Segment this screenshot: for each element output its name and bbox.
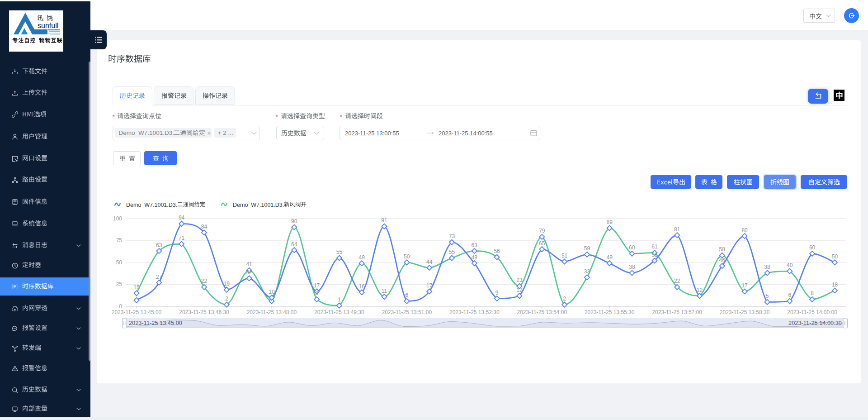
- svg-text:2: 2: [563, 296, 566, 302]
- svg-text:49: 49: [472, 254, 478, 261]
- svg-text:81: 81: [674, 226, 680, 233]
- svg-text:33: 33: [584, 268, 590, 275]
- svg-text:60: 60: [629, 244, 635, 251]
- svg-text:15: 15: [133, 284, 140, 291]
- svg-text:41: 41: [246, 261, 252, 267]
- svg-text:5: 5: [766, 293, 769, 299]
- svg-text:2023-11-25 13:57:00: 2023-11-25 13:57:00: [652, 309, 702, 315]
- svg-text:55: 55: [336, 249, 343, 255]
- svg-text:2023-11-25 13:49:30: 2023-11-25 13:49:30: [314, 309, 364, 315]
- svg-text:61: 61: [651, 243, 658, 250]
- svg-text:19: 19: [224, 281, 230, 287]
- svg-text:90: 90: [291, 218, 297, 224]
- svg-text:75: 75: [116, 237, 123, 243]
- svg-text:22: 22: [201, 278, 208, 284]
- svg-text:2023-11-25 13:46:30: 2023-11-25 13:46:30: [179, 309, 229, 315]
- svg-text:50: 50: [116, 259, 123, 266]
- svg-text:44: 44: [426, 259, 433, 265]
- svg-text:1: 1: [338, 296, 341, 303]
- svg-text:17: 17: [741, 282, 748, 289]
- svg-text:2023-11-25 13:45:00: 2023-11-25 13:45:00: [129, 320, 182, 326]
- svg-text:2: 2: [225, 296, 228, 302]
- svg-text:55: 55: [449, 249, 455, 255]
- svg-text:2023-11-25 13:52:30: 2023-11-25 13:52:30: [449, 309, 500, 315]
- svg-text:2023-11-25 13:54:00: 2023-11-25 13:54:00: [517, 309, 567, 315]
- svg-text:32: 32: [246, 269, 252, 276]
- svg-text:17: 17: [314, 282, 320, 289]
- svg-text:60: 60: [809, 244, 816, 251]
- svg-text:38: 38: [629, 264, 635, 270]
- svg-text:63: 63: [156, 242, 162, 248]
- svg-text:73: 73: [449, 233, 455, 239]
- svg-text:38: 38: [764, 264, 770, 270]
- svg-text:8: 8: [811, 290, 814, 296]
- svg-text:65: 65: [539, 240, 545, 247]
- svg-text:17: 17: [426, 282, 433, 289]
- svg-text:2023-11-25 13:55:30: 2023-11-25 13:55:30: [585, 309, 635, 315]
- svg-text:80: 80: [741, 227, 748, 234]
- svg-text:2023-11-25 13:48:00: 2023-11-25 13:48:00: [247, 309, 297, 315]
- svg-text:16: 16: [359, 283, 365, 290]
- svg-text:23: 23: [516, 277, 523, 283]
- svg-text:50: 50: [832, 253, 838, 260]
- svg-text:91: 91: [381, 217, 387, 224]
- svg-text:27: 27: [156, 274, 162, 280]
- svg-text:8: 8: [315, 290, 318, 296]
- svg-text:79: 79: [539, 228, 545, 234]
- svg-text:71: 71: [179, 235, 185, 241]
- svg-text:94: 94: [179, 215, 185, 221]
- svg-text:10: 10: [269, 289, 275, 295]
- svg-text:9: 9: [495, 290, 499, 296]
- svg-text:12: 12: [516, 287, 523, 293]
- svg-text:49: 49: [607, 254, 613, 261]
- svg-text:11: 11: [382, 288, 387, 294]
- svg-text:18: 18: [832, 282, 838, 288]
- svg-text:59: 59: [584, 245, 590, 252]
- svg-text:63: 63: [472, 242, 478, 248]
- svg-text:2023-11-25 14:00:00: 2023-11-25 14:00:00: [787, 309, 837, 315]
- svg-text:2023-11-25 13:51:00: 2023-11-25 13:51:00: [382, 309, 432, 315]
- svg-text:56: 56: [494, 248, 500, 254]
- svg-text:49: 49: [359, 254, 365, 261]
- svg-text:58: 58: [719, 246, 726, 253]
- svg-text:0: 0: [119, 303, 122, 310]
- svg-text:2023-11-25 13:58:30: 2023-11-25 13:58:30: [720, 309, 770, 315]
- svg-text:2023-11-25 13:45:00: 2023-11-25 13:45:00: [112, 309, 162, 315]
- svg-text:2023-11-25 14:00:30: 2023-11-25 14:00:30: [788, 320, 842, 326]
- svg-text:6: 6: [405, 292, 408, 298]
- svg-text:6: 6: [788, 292, 791, 298]
- svg-text:52: 52: [651, 252, 658, 258]
- svg-text:84: 84: [201, 224, 208, 230]
- svg-text:40: 40: [787, 262, 793, 268]
- svg-text:46: 46: [719, 257, 726, 263]
- svg-text:22: 22: [674, 278, 680, 284]
- svg-text:89: 89: [607, 219, 613, 225]
- svg-text:100: 100: [113, 215, 122, 222]
- svg-text:64: 64: [291, 241, 297, 248]
- svg-text:12: 12: [697, 287, 703, 293]
- svg-text:25: 25: [116, 281, 123, 287]
- svg-text:51: 51: [561, 253, 568, 259]
- svg-text:50: 50: [404, 253, 410, 260]
